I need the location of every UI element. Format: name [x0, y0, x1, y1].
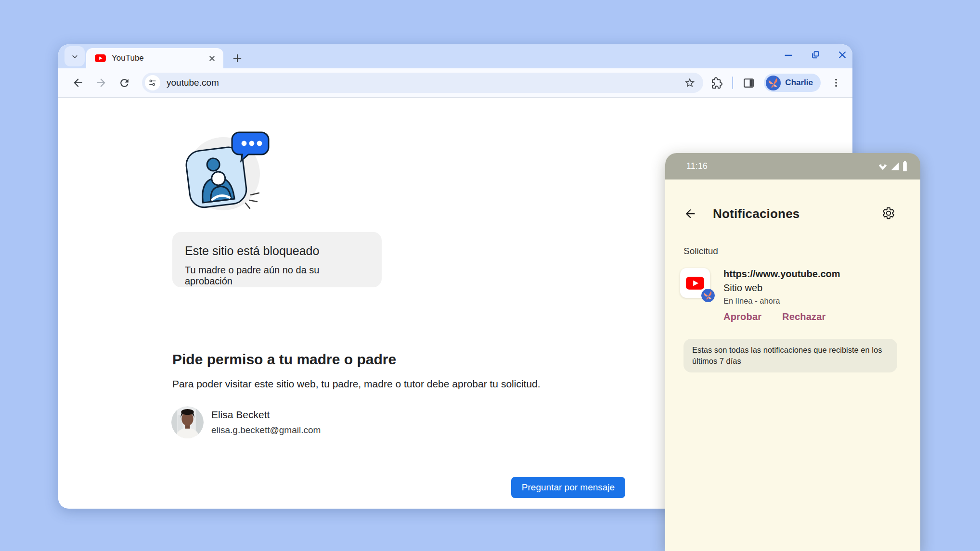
section-label: Solicitud: [683, 246, 718, 256]
site-settings-button[interactable]: [145, 75, 160, 90]
chevron-down-icon: [71, 52, 79, 61]
minimize-icon: [784, 50, 793, 60]
parent-account-row: Elisa Beckett elisa.g.beckett@gmail.com: [171, 406, 321, 438]
window-close-icon: [838, 50, 847, 60]
tab-strip: YouTube: [58, 44, 852, 68]
reject-button[interactable]: Rechazar: [782, 311, 826, 322]
reload-icon: [118, 77, 130, 89]
notifications-screen: Notificaciones Solicitud https://www.you…: [665, 179, 920, 551]
battery-icon: [902, 161, 908, 171]
wifi-icon: [877, 162, 888, 171]
profile-button[interactable]: Charlie: [764, 74, 821, 92]
window-minimize-button[interactable]: [783, 50, 794, 60]
side-panel-icon: [743, 77, 755, 89]
plus-icon: [232, 53, 243, 64]
toolbar-right: Charlie: [709, 74, 844, 92]
close-icon: [208, 55, 216, 62]
blocked-status-box: Este sitio está bloqueado Tu madre o pad…: [172, 232, 382, 287]
page-description: Para poder visitar este sitio web, tu pa…: [172, 378, 541, 390]
arrow-back-icon: [683, 207, 697, 220]
status-time: 11:16: [686, 161, 708, 171]
request-presence: En línea - ahora: [723, 296, 780, 306]
family-chat-illustration: [174, 128, 277, 210]
notifications-footer-note: Estas son todas las notificaciones que r…: [683, 339, 897, 372]
tab-search-button[interactable]: [64, 46, 85, 66]
youtube-favicon-icon: [95, 54, 106, 62]
side-panel-button[interactable]: [741, 75, 756, 90]
child-avatar-badge: [701, 289, 715, 302]
bookmark-button[interactable]: [684, 77, 696, 89]
approve-button[interactable]: Aprobar: [723, 311, 761, 322]
page-title: Pide permiso a tu madre o padre: [172, 351, 396, 368]
browser-toolbar: youtube.com Charlie: [58, 68, 852, 98]
reload-button[interactable]: [116, 75, 132, 91]
parent-name: Elisa Beckett: [211, 409, 321, 421]
window-close-button[interactable]: [837, 50, 848, 60]
status-icons: [877, 161, 908, 171]
back-button[interactable]: [70, 75, 86, 91]
tab-youtube[interactable]: YouTube: [86, 48, 223, 68]
tune-icon: [148, 78, 157, 87]
youtube-logo-icon: [686, 277, 704, 290]
star-icon: [684, 77, 696, 89]
tab-close-button[interactable]: [208, 55, 216, 62]
forward-icon: [95, 77, 107, 89]
phone-status-bar: 11:16: [665, 153, 920, 179]
browser-menu-button[interactable]: [828, 75, 844, 90]
toolbar-divider: [732, 77, 733, 89]
address-bar[interactable]: youtube.com: [142, 73, 703, 93]
signal-icon: [890, 162, 900, 171]
forward-button[interactable]: [93, 75, 109, 91]
profile-name: Charlie: [785, 78, 813, 88]
phone-panel: 11:16 Notificaciones Solicitud: [665, 153, 920, 551]
request-kind: Sitio web: [723, 282, 762, 294]
extensions-icon: [711, 77, 723, 89]
desktop: YouTube: [0, 0, 980, 551]
parent-email: elisa.g.beckett@gmail.com: [211, 425, 321, 436]
kebab-menu-icon: [831, 77, 841, 88]
request-url: https://www.youtube.com: [723, 269, 840, 280]
phone-back-button[interactable]: [683, 207, 697, 222]
profile-avatar: [766, 76, 781, 90]
notifications-title: Notificaciones: [713, 206, 800, 221]
back-icon: [72, 77, 84, 89]
extensions-button[interactable]: [709, 75, 724, 90]
ask-by-message-button[interactable]: Preguntar por mensaje: [511, 477, 625, 498]
window-restore-button[interactable]: [810, 50, 821, 60]
request-site-icon: [680, 268, 710, 298]
notification-settings-button[interactable]: [882, 206, 895, 222]
parent-avatar: [171, 406, 204, 438]
new-tab-button[interactable]: [230, 51, 245, 66]
parent-info: Elisa Beckett elisa.g.beckett@gmail.com: [211, 409, 321, 436]
blocked-status-title: Este sitio está bloqueado: [185, 244, 369, 258]
url-text: youtube.com: [167, 77, 684, 88]
gear-icon: [882, 206, 895, 220]
parent-avatar-image: [171, 406, 204, 438]
tab-title: YouTube: [112, 53, 208, 63]
blocked-status-subtitle: Tu madre o padre aún no da su aprobación: [185, 265, 369, 287]
restore-icon: [811, 50, 820, 60]
